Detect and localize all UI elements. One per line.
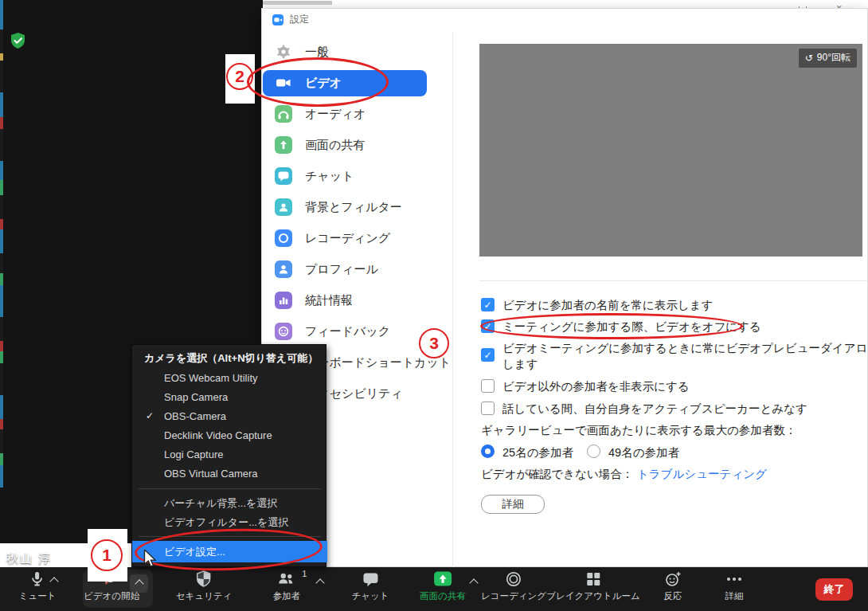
record-circle-icon xyxy=(481,569,546,589)
participants-icon xyxy=(273,569,301,589)
chat-button[interactable]: チャット xyxy=(351,569,389,602)
settings-dialog-titlebar: 設定 xyxy=(272,13,309,26)
advanced-button[interactable]: 詳細 xyxy=(481,495,545,514)
share-screen-button[interactable]: 画面の共有 xyxy=(420,569,466,602)
leave-meeting-button[interactable]: 終了 xyxy=(815,578,853,601)
camera-context-menu: カメラを選択（Alt+N切り替え可能） EOS Webcam Utility S… xyxy=(131,344,326,567)
sidebar-item-video[interactable]: ビデオ xyxy=(275,72,342,93)
chat-bubble-icon xyxy=(351,569,389,589)
menu-item-virtual-background[interactable]: バーチャル背景...を選択 xyxy=(164,494,277,513)
person-icon xyxy=(275,260,292,278)
checkbox-row-hide-non-video[interactable]: ビデオ以外の参加者を非表示にする xyxy=(481,378,690,394)
menu-item-camera-selected[interactable]: OBS-Camera xyxy=(164,406,226,425)
screen-share-icon xyxy=(275,136,292,154)
sidebar-item-profile[interactable]: プロフィール xyxy=(275,259,378,280)
troubleshoot-link[interactable]: トラブルシューティング xyxy=(637,467,767,482)
smiley-plus-icon xyxy=(663,569,682,589)
sidebar-item-feedback[interactable]: フィードバック xyxy=(275,321,390,342)
menu-item-camera[interactable]: Snap Camera xyxy=(164,387,228,406)
zoom-app-icon xyxy=(272,14,283,25)
checkbox-row-active-speaker[interactable]: 話している間、自分自身をアクティブスピーカーとみなす xyxy=(481,401,807,417)
sidebar-item-screen-share[interactable]: 画面の共有 xyxy=(275,135,365,155)
record-circle-icon xyxy=(275,229,292,247)
menu-item-video-filter[interactable]: ビデオフィルター...を選択 xyxy=(164,513,288,532)
radio-selected-icon[interactable] xyxy=(481,445,495,458)
grid-icon xyxy=(546,569,639,589)
security-button[interactable]: セキュリティ xyxy=(176,569,233,602)
sidebar-item-general[interactable]: 一般 xyxy=(275,41,329,62)
annotation-step-3: 3 xyxy=(419,328,449,358)
video-camera-icon xyxy=(275,74,292,92)
breakout-rooms-button[interactable]: ブレイクアウトルーム xyxy=(546,569,639,602)
radio-unselected-icon[interactable] xyxy=(587,445,600,458)
settings-dialog-title: 設定 xyxy=(290,13,309,26)
participants-button[interactable]: 参加者 1 xyxy=(273,569,301,602)
annotation-step-1: 1 xyxy=(91,539,123,571)
sidebar-item-chat[interactable]: チャット xyxy=(275,166,354,186)
gear-icon xyxy=(275,43,292,61)
mouse-cursor xyxy=(143,550,158,572)
menu-item-camera[interactable]: Logi Capture xyxy=(164,445,223,464)
checkbox-checked-icon[interactable]: ✓ xyxy=(481,298,495,311)
checkbox-row-video-preview-dialog[interactable]: ✓ ビデオミーティングに参加するときに常にビデオプレビューダイアログを表示します xyxy=(481,340,868,372)
more-button[interactable]: 詳細 xyxy=(725,569,744,602)
headphones-icon xyxy=(275,105,292,123)
menu-separator xyxy=(139,488,321,489)
check-icon: ✓ xyxy=(146,406,154,425)
rotate-90-button[interactable]: ↺ 90°回転 xyxy=(799,49,857,68)
section-divider xyxy=(479,280,868,281)
encryption-shield-icon xyxy=(10,32,26,53)
checkbox-unchecked-icon[interactable] xyxy=(481,401,495,415)
participant-name-tag: 秋山 淳 xyxy=(6,551,52,566)
troubleshoot-label: ビデオが確認できない場合： xyxy=(481,467,633,482)
sidebar-item-statistics[interactable]: 統計情報 xyxy=(275,290,353,311)
chat-bubble-icon xyxy=(275,167,292,185)
sidebar-item-background-filter[interactable]: 背景とフィルター xyxy=(275,197,402,217)
smiley-icon xyxy=(275,323,292,340)
camera-menu-header: カメラを選択（Alt+N切り替え可能） xyxy=(144,351,318,366)
mute-button[interactable]: ミュート xyxy=(19,569,57,602)
annotation-step-2: 2 xyxy=(226,63,253,90)
shield-icon xyxy=(176,569,233,589)
menu-item-camera[interactable]: EOS Webcam Utility xyxy=(164,368,258,387)
menu-item-camera[interactable]: Decklink Video Capture xyxy=(164,425,272,445)
checkbox-checked-icon[interactable]: ✓ xyxy=(481,348,495,362)
sidebar-divider xyxy=(452,32,453,567)
screen-share-icon xyxy=(420,569,466,589)
radio-25-participants[interactable]: 25名の参加者 xyxy=(481,445,573,460)
more-dots-icon xyxy=(725,569,744,589)
radio-49-participants[interactable]: 49名の参加者 xyxy=(587,445,679,460)
rotate-icon: ↺ xyxy=(805,53,813,64)
participants-count-badge: 1 xyxy=(302,569,307,578)
sidebar-item-audio[interactable]: オーディオ xyxy=(275,104,366,124)
recording-button[interactable]: レコーディング xyxy=(481,569,546,602)
left-edge-strip xyxy=(0,0,3,488)
checkbox-row-turn-off-video[interactable]: ✓ ミーティングに参加する際、ビデオをオフにする xyxy=(481,319,761,335)
reactions-button[interactable]: 反応 xyxy=(663,569,682,602)
menu-item-camera[interactable]: OBS Virtual Camera xyxy=(164,464,258,483)
sidebar-item-recording[interactable]: レコーディング xyxy=(275,228,390,249)
video-preview: ↺ 90°回転 xyxy=(479,44,862,257)
checkbox-row-show-names[interactable]: ✓ ビデオに参加者の名前を常に表示します xyxy=(481,297,713,313)
person-portrait-icon xyxy=(275,198,292,216)
bar-chart-icon xyxy=(275,292,292,309)
checkbox-checked-icon[interactable]: ✓ xyxy=(481,319,495,333)
menu-item-video-settings[interactable]: ビデオ設定... xyxy=(132,541,327,562)
checkbox-unchecked-icon[interactable] xyxy=(481,379,495,393)
gallery-view-label: ギャラリービューで画面あたりに表示する最大の参加者数： xyxy=(481,423,796,438)
menu-separator xyxy=(139,536,321,537)
